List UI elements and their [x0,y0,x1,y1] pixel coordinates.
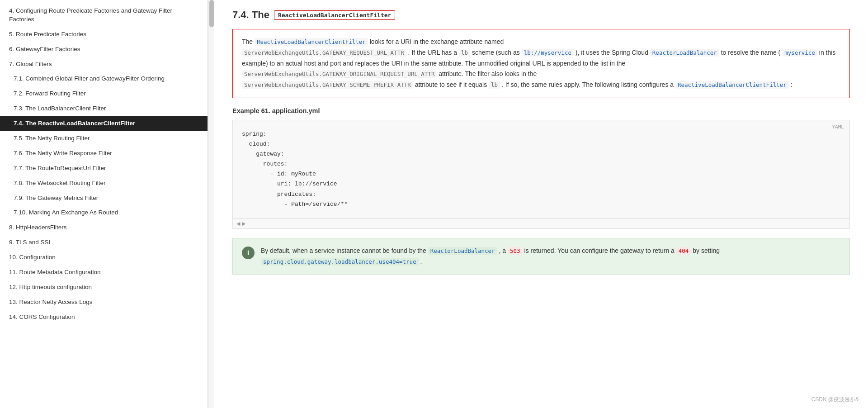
code-scroll-hint: ◀ ▶ [233,218,849,228]
title-code: ReactiveLoadBalancerClientFilter [274,10,395,20]
sidebar-item-item-10[interactable]: 10. Configuration [0,250,208,265]
sidebar-item-item-6[interactable]: 6. GatewayFilter Factories [0,42,208,57]
info-text-5: ), it uses the Spring Cloud [576,49,648,56]
info-code-9: lb [489,81,500,89]
note-text: By default, when a service instance cann… [261,246,840,267]
note-code-1: ReactorLoadBalancer [428,247,497,255]
note-box: i By default, when a service instance ca… [232,238,850,275]
info-text-8: attribute. The filter also looks in the [439,70,537,77]
sidebar-item-item-7-10[interactable]: 7.10. Marking An Exchange As Routed [0,205,208,220]
sidebar-item-item-7-5[interactable]: 7.5. The Netty Routing Filter [0,131,208,146]
watermark: CSDN @疫波漫步& [811,396,859,403]
info-text-6: to resolve the name ( [721,49,781,56]
info-code-8: ServerWebExchangeUtils.GATEWAY_SCHEME_PR… [242,81,413,89]
info-text-2: looks for a URI in the exchange attribut… [370,38,504,45]
info-code-1: ReactiveLoadBalancerClientFilter [255,38,368,46]
note-code-2: 503 [508,247,523,255]
note-code-4: spring.cloud.gateway.loadbalancer.use404… [261,258,419,266]
code-block: spring: cloud: gateway: routes: - id: my… [233,120,849,218]
info-text-4: scheme (such as [472,49,520,56]
note-text-1: By default, when a service instance cann… [261,247,426,254]
sidebar-item-item-5[interactable]: 5. Route Predicate Factories [0,27,208,42]
scroll-thumb[interactable] [209,0,214,27]
note-text-4: by setting [693,247,720,254]
sidebar-item-item-7-2[interactable]: 7.2. Forward Routing Filter [0,86,208,101]
info-code-2: ServerWebExchangeUtils.GATEWAY_REQUEST_U… [242,49,406,57]
page-title: 7.4. The ReactiveLoadBalancerClientFilte… [232,9,850,21]
info-code-6: myservice [782,49,817,57]
info-code-7: ServerWebExchangeUtils.GATEWAY_ORIGINAL_… [242,70,437,78]
sidebar-item-item-7[interactable]: 7. Global Filters [0,57,208,72]
info-icon: i [242,247,255,259]
sidebar-item-item-7-8[interactable]: 7.8. The Websocket Routing Filter [0,176,208,191]
sidebar-item-item-13[interactable]: 13. Reactor Netty Access Logs [0,295,208,310]
sidebar: 4. Configuring Route Predicate Factories… [0,0,208,408]
sidebar-item-item-14[interactable]: 14. CORS Configuration [0,310,208,325]
note-text-5: . [420,258,422,265]
note-text-3: is returned. You can configure the gatew… [524,247,675,254]
sidebar-item-item-9[interactable]: 9. TLS and SSL [0,235,208,250]
sidebar-item-item-7-6[interactable]: 7.6. The Netty Write Response Filter [0,146,208,161]
sidebar-item-item-7-4[interactable]: 7.4. The ReactiveLoadBalancerClientFilte… [0,116,208,131]
sidebar-item-item-7-3[interactable]: 7.3. The LoadBalancerClient Filter [0,101,208,116]
info-box: The ReactiveLoadBalancerClientFilter loo… [232,29,850,98]
info-code-5: ReactorLoadBalancer [650,49,719,57]
code-block-wrapper[interactable]: YAML spring: cloud: gateway: routes: - i… [232,120,850,229]
title-prefix: 7.4. The [232,9,269,21]
sidebar-item-item-8[interactable]: 8. HttpHeadersFilters [0,220,208,235]
info-text-10: . If so, the same rules apply. The follo… [502,81,674,88]
sidebar-item-item-7-7[interactable]: 7.7. The RouteToRequestUrl Filter [0,161,208,176]
info-text-1: The [242,38,253,45]
example-header: Example 61. application.yml [232,107,850,114]
scroll-track[interactable] [208,0,214,408]
note-text-2: , a [499,247,506,254]
sidebar-item-item-12[interactable]: 12. Http timeouts configuration [0,280,208,295]
info-code-10: ReactiveLoadBalancerClientFilter [675,81,789,89]
sidebar-item-item-11[interactable]: 11. Route Metadata Configuration [0,265,208,280]
main-content: 7.4. The ReactiveLoadBalancerClientFilte… [214,0,868,408]
info-text-3: . If the URL has a [408,49,457,56]
code-label: YAML [832,124,844,130]
info-text-11: : [791,81,793,88]
info-code-4: lb://myservice [522,49,574,57]
sidebar-item-item-4[interactable]: 4. Configuring Route Predicate Factories… [0,4,208,27]
note-code-3: 404 [676,247,691,255]
info-text-9: attribute to see if it equals [415,81,487,88]
sidebar-item-item-7-1[interactable]: 7.1. Combined Global Filter and GatewayF… [0,71,208,86]
info-code-3: lb [459,49,470,57]
sidebar-item-item-7-9[interactable]: 7.9. The Gateway Metrics Filter [0,191,208,206]
